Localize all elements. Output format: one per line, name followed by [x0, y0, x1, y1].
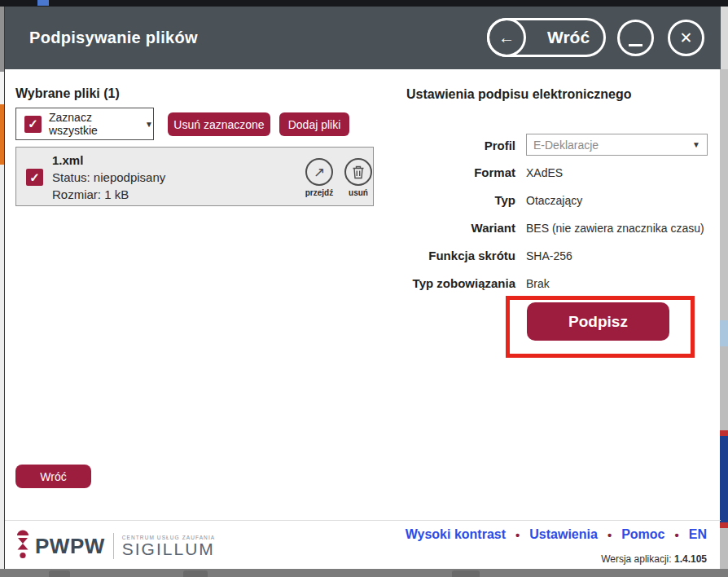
- select-all-dropdown[interactable]: ✓ Zaznacz wszystkie ▼: [15, 108, 154, 140]
- page-title: Podpisywanie plików: [29, 29, 198, 47]
- close-button[interactable]: ✕: [668, 20, 704, 56]
- sigillum-brand-text: SIGILLUM: [122, 540, 216, 557]
- check-icon: ✓: [29, 170, 40, 185]
- background-top-accent: [37, 0, 49, 6]
- taskbar-shape: [452, 570, 480, 577]
- files-panel-heading: Wybrane pliki (1): [15, 86, 120, 101]
- footer-links: Wysoki kontrast • Ustawienia • Pomoc • E…: [406, 527, 707, 542]
- background-right-strip: [720, 346, 728, 430]
- funkcja-skrotu-label: Funkcja skrótu: [369, 249, 515, 262]
- chevron-down-icon: ▼: [145, 120, 153, 129]
- file-status: Status: niepodpisany: [52, 170, 165, 184]
- wariant-value: BES (nie zawiera znacznika czasu): [526, 222, 704, 235]
- high-contrast-link[interactable]: Wysoki kontrast: [406, 527, 506, 542]
- settings-panel-heading: Ustawienia podpisu elektronicznego: [406, 87, 632, 102]
- typ-zobowiazania-label: Typ zobowiązania: [369, 276, 515, 290]
- profil-dropdown[interactable]: E-Deklaracje ▼: [526, 134, 708, 156]
- background-right-red-patch: [720, 430, 728, 436]
- close-icon: ✕: [680, 29, 693, 47]
- signing-dialog: Podpisywanie plików ← Wróć ✕ Wybrane pli…: [4, 7, 720, 569]
- pwpw-logo-icon: [15, 528, 30, 564]
- background-right-blue-patch: [720, 320, 728, 346]
- background-right-strip: [720, 69, 728, 320]
- background-taskbar-strip: [0, 569, 728, 577]
- bullet-separator: •: [515, 528, 520, 542]
- profil-label: Profil: [369, 139, 515, 152]
- back-bottom-button[interactable]: Wróć: [15, 465, 91, 488]
- minimize-button[interactable]: [617, 20, 654, 56]
- trash-icon: [344, 158, 372, 186]
- back-button-label: Wróć: [533, 28, 603, 47]
- arrow-up-right-icon: ↗: [305, 158, 333, 186]
- remove-selected-button[interactable]: Usuń zaznaczone: [168, 112, 270, 136]
- minimize-icon: [629, 44, 642, 46]
- select-all-label: Zaznacz wszystkie: [49, 111, 138, 137]
- file-checkbox[interactable]: ✓: [26, 169, 43, 186]
- funkcja-skrotu-value: SHA-256: [526, 249, 572, 262]
- sign-button[interactable]: Podpisz: [527, 302, 669, 341]
- file-size: Rozmiar: 1 kB: [52, 187, 129, 201]
- bullet-separator: •: [675, 528, 679, 542]
- back-arrow-icon: ←: [487, 18, 526, 57]
- help-link[interactable]: Pomoc: [621, 527, 664, 542]
- profil-dropdown-value: E-Deklaracje: [533, 139, 686, 152]
- file-go-label: przejdź: [305, 188, 334, 197]
- version-label: Wersja aplikacji:: [601, 553, 674, 565]
- bullet-separator: •: [607, 528, 612, 542]
- typ-value: Otaczający: [526, 194, 582, 207]
- background-right-navy-patch: [720, 436, 728, 522]
- footer-divider: [5, 520, 721, 521]
- taskbar-shape: [183, 570, 208, 577]
- background-right-strip: [720, 7, 728, 69]
- file-list-item: ✓ 1.xml Status: niepodpisany Rozmiar: 1 …: [15, 147, 374, 206]
- file-name: 1.xml: [52, 153, 83, 167]
- pwpw-sigillum-logo: PWPW CENTRUM USŁUG ZAUFANIA SIGILLUM: [15, 528, 215, 564]
- typ-zobowiazania-value: Brak: [526, 277, 550, 290]
- chevron-down-icon: ▼: [692, 140, 700, 149]
- background-right-strip: [720, 528, 728, 569]
- background-right-red-patch: [720, 522, 728, 528]
- taskbar-shape: [49, 570, 70, 577]
- wariant-label: Wariant: [369, 221, 515, 235]
- language-link[interactable]: EN: [689, 527, 707, 542]
- app-version: Wersja aplikacji: 1.4.105: [601, 553, 707, 565]
- file-go-button[interactable]: ↗ przejdź: [305, 158, 334, 197]
- settings-link[interactable]: Ustawienia: [529, 527, 598, 542]
- format-value: XAdES: [526, 166, 563, 179]
- logo-separator: [113, 533, 114, 559]
- pwpw-brand-text: PWPW: [35, 534, 105, 559]
- add-files-button[interactable]: Dodaj pliki: [279, 112, 349, 136]
- select-all-checkbox[interactable]: ✓: [24, 116, 42, 133]
- version-value: 1.4.105: [674, 553, 707, 565]
- typ-label: Typ: [369, 193, 515, 207]
- check-icon: ✓: [28, 117, 38, 131]
- background-top-strip: [0, 0, 728, 7]
- back-button[interactable]: ← Wróć: [487, 18, 606, 57]
- titlebar: Podpisywanie plików ← Wróć ✕: [5, 7, 721, 69]
- format-label: Format: [369, 165, 515, 179]
